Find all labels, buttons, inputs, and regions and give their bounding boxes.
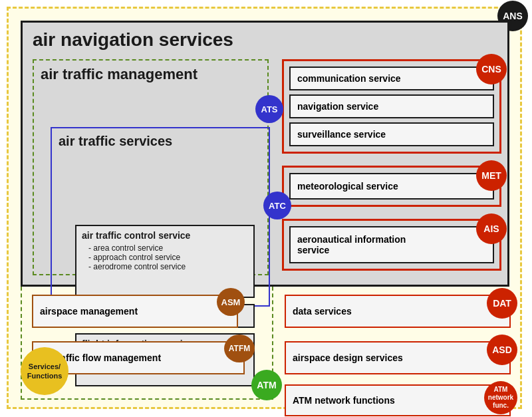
dat-container: data services <box>285 295 511 328</box>
asd-badge: ASD <box>487 335 517 365</box>
ais-container: aeronautical informationservice <box>282 219 501 271</box>
atc-title: air traffic control service <box>82 230 248 241</box>
asd-section: ASD airspace design services <box>285 341 511 374</box>
met-item: meteorological service <box>289 173 494 200</box>
atc-item-2: - approach control service <box>82 253 248 262</box>
services-functions-badge: Services/ Functions <box>21 347 68 395</box>
atc-item-1: - area control service <box>82 243 248 253</box>
atm-badge: ATM <box>251 370 282 400</box>
dat-section: DAT data services <box>285 295 511 328</box>
ats-box: air traffic services ATC air traffic con… <box>51 127 270 307</box>
atc-item-3: - aerodrome control service <box>82 262 248 271</box>
ans-title: air navigation services <box>23 23 507 54</box>
ais-section: AIS aeronautical informationservice <box>282 219 501 271</box>
atmnet-badge: ATM network func. <box>484 381 517 414</box>
cns-section: CNS communication service navigation ser… <box>282 59 501 154</box>
ats-title: air traffic services <box>52 128 269 152</box>
dat-badge: DAT <box>487 288 517 319</box>
ats-badge: ATS <box>255 95 283 123</box>
cns-item-communication: communication service <box>289 67 494 90</box>
met-badge: MET <box>476 160 507 191</box>
cns-item-surveillance: surveillance service <box>289 122 494 146</box>
atm-title: air traffic management <box>34 61 267 86</box>
ans-box: air navigation services air traffic mana… <box>21 21 509 287</box>
ais-badge: AIS <box>476 213 507 244</box>
asm-badge: ASM <box>217 288 245 316</box>
atm-box: air traffic management ATS air traffic s… <box>33 59 269 275</box>
atmnet-container: ATM network functions <box>285 384 511 416</box>
met-container: meteorological service <box>282 166 501 207</box>
atfm-badge: ATFM <box>224 335 255 362</box>
cns-item-navigation: navigation service <box>289 94 494 118</box>
met-section: MET meteorological service <box>282 166 501 207</box>
asm-section: ASM airspace management <box>32 295 238 328</box>
ais-item: aeronautical informationservice <box>289 226 494 263</box>
cns-container: communication service navigation service… <box>282 59 501 154</box>
atc-badge: ATC <box>263 192 291 219</box>
outer-container: ANS air navigation services air traffic … <box>7 7 522 409</box>
atmnet-section: ATM network func. ATM network functions <box>285 384 511 416</box>
asm-container: airspace management <box>32 295 238 328</box>
cns-badge: CNS <box>476 54 507 84</box>
asd-container: airspace design services <box>285 341 511 374</box>
